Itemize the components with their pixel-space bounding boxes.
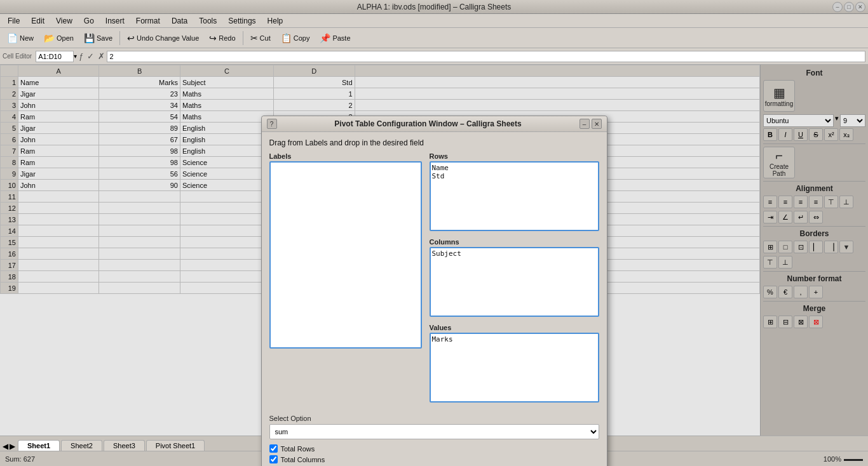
- dialog-title-bar: ? Pivot Table Configuration Window – Cal…: [262, 116, 607, 132]
- formula-value: 2: [109, 53, 113, 60]
- save-icon: 💾: [84, 33, 95, 43]
- total-rows-checkbox[interactable]: [269, 444, 278, 453]
- redo-button[interactable]: ↪ Redo: [205, 31, 240, 45]
- select-option-label: Select Option: [269, 415, 599, 422]
- dialog-body: Drag from Labels and drop in the desired…: [262, 132, 607, 466]
- checkboxes-section: Total Rows Total Columns: [269, 444, 599, 463]
- values-listbox[interactable]: Marks: [430, 333, 599, 403]
- title-bar: ALPHA 1: ibv.ods [modified] – Calligra S…: [0, 0, 868, 14]
- labels-listbox[interactable]: [269, 161, 422, 349]
- sheet-tab-pivot-sheet1[interactable]: Pivot Sheet1: [146, 440, 205, 451]
- window-title: ALPHA 1: ibv.ods [modified] – Calligra S…: [357, 3, 512, 11]
- open-icon: 📂: [44, 33, 55, 43]
- columns-label: Columns: [430, 238, 599, 246]
- total-columns-checkbox[interactable]: [269, 455, 278, 463]
- values-label: Values: [430, 324, 599, 331]
- dialog-instruction: Drag from Labels and drop in the desired…: [269, 138, 599, 147]
- menu-bar: File Edit View Go Insert Format Data Too…: [0, 14, 868, 28]
- columns-section: Columns Subject: [430, 238, 599, 319]
- rows-label: Rows: [430, 152, 599, 160]
- cell-editor-bar: Cell Editor A1:D10 ▾ ƒ ✓ ✗ 2: [0, 48, 868, 65]
- zoom-controls: 100% ▬▬▬: [824, 455, 863, 463]
- paste-icon: 📌: [320, 33, 330, 43]
- cut-icon: ✂: [250, 33, 258, 43]
- menu-insert[interactable]: Insert: [100, 15, 130, 27]
- toolbar-separator-1: [119, 31, 120, 45]
- sheet-tab-sheet3[interactable]: Sheet3: [104, 440, 145, 451]
- rows-section: Rows Name Std: [430, 152, 599, 233]
- select-option-section: Select Option sum average count min max: [269, 415, 599, 439]
- zoom-value: 100%: [824, 455, 841, 463]
- dialog-title-controls: – ✕: [580, 119, 602, 129]
- total-rows-label: Total Rows: [281, 445, 315, 453]
- tab-scroll-left[interactable]: ◀: [3, 442, 8, 451]
- toolbar: 📄 New 📂 Open 💾 Save ↩ Undo Change Value …: [0, 28, 868, 48]
- dialog-minimize-btn[interactable]: –: [580, 119, 590, 129]
- minimize-btn[interactable]: –: [832, 2, 843, 12]
- undo-button[interactable]: ↩ Undo Change Value: [123, 31, 203, 45]
- dialog-close-btn[interactable]: ✕: [592, 119, 602, 129]
- sheet-tab-sheet1[interactable]: Sheet1: [18, 440, 60, 451]
- new-button[interactable]: 📄 New: [3, 31, 38, 45]
- copy-button[interactable]: 📋 Copy: [276, 31, 315, 45]
- open-button[interactable]: 📂 Open: [39, 31, 78, 45]
- values-section: Values Marks: [430, 324, 599, 404]
- cell-editor-label: Cell Editor: [3, 53, 32, 60]
- rows-listbox[interactable]: Name Std: [430, 161, 599, 231]
- paste-button[interactable]: 📌 Paste: [315, 31, 355, 45]
- menu-data[interactable]: Data: [166, 15, 193, 27]
- status-sum: Sum: 627: [5, 455, 35, 463]
- sheet-tab-sheet2[interactable]: Sheet2: [61, 440, 102, 451]
- dialog-title: Pivot Table Configuration Window – Calli…: [277, 119, 580, 128]
- pivot-config-dialog: ? Pivot Table Configuration Window – Cal…: [261, 116, 607, 466]
- undo-icon: ↩: [127, 33, 135, 43]
- save-button[interactable]: 💾 Save: [79, 31, 117, 45]
- new-icon: 📄: [7, 33, 18, 43]
- copy-icon: 📋: [281, 33, 292, 43]
- menu-format[interactable]: Format: [131, 15, 165, 27]
- labels-label: Labels: [269, 152, 422, 160]
- cell-ref-box: A1:D10: [36, 51, 74, 62]
- menu-file[interactable]: File: [3, 15, 25, 27]
- total-columns-row: Total Columns: [269, 455, 599, 463]
- menu-tools[interactable]: Tools: [194, 15, 222, 27]
- accept-icon[interactable]: ✓: [87, 51, 94, 61]
- redo-icon: ↪: [209, 33, 217, 43]
- dialog-help-btn[interactable]: ?: [267, 119, 277, 129]
- total-rows-row: Total Rows: [269, 444, 599, 453]
- select-option-dropdown[interactable]: sum average count min max: [269, 424, 599, 439]
- cell-ref-value: A1:D10: [38, 53, 62, 60]
- menu-view[interactable]: View: [51, 15, 78, 27]
- cut-button[interactable]: ✂ Cut: [246, 31, 275, 45]
- menu-help[interactable]: Help: [262, 15, 288, 27]
- dialog-overlay: ? Pivot Table Configuration Window – Cal…: [0, 65, 868, 436]
- total-columns-label: Total Columns: [281, 456, 325, 463]
- menu-settings[interactable]: Settings: [223, 15, 261, 27]
- dialog-labels-section: Labels: [269, 152, 422, 409]
- dialog-right-section: Rows Name Std Columns Subject Values Mar…: [430, 152, 599, 409]
- window-controls: – □ ✕: [832, 2, 865, 12]
- maximize-btn[interactable]: □: [844, 2, 854, 12]
- menu-go[interactable]: Go: [79, 15, 99, 27]
- menu-edit[interactable]: Edit: [26, 15, 50, 27]
- zoom-slider[interactable]: ▬▬▬: [844, 455, 863, 462]
- close-btn[interactable]: ✕: [855, 2, 865, 12]
- formula-icon[interactable]: ƒ: [79, 51, 83, 61]
- toolbar-separator-2: [243, 31, 243, 45]
- columns-listbox[interactable]: Subject: [430, 247, 599, 317]
- dialog-main-columns: Labels Rows Name Std Columns Subject: [269, 152, 599, 409]
- formula-bar[interactable]: 2: [107, 51, 865, 62]
- reject-icon[interactable]: ✗: [98, 51, 105, 61]
- tab-scroll-right[interactable]: ▶: [10, 442, 15, 451]
- cell-ref-dropdown[interactable]: ▾: [74, 53, 77, 60]
